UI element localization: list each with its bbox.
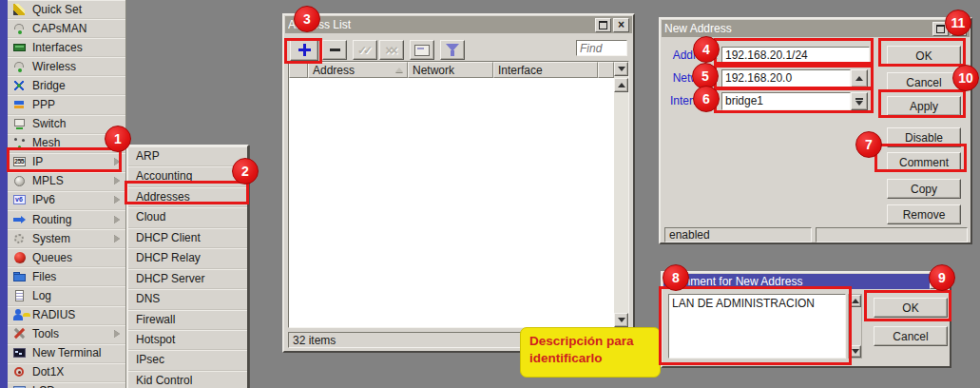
- header-select-column[interactable]: [289, 62, 308, 78]
- sidebar-item-label: Tools: [32, 327, 59, 340]
- header-address[interactable]: Address: [308, 62, 408, 78]
- sidebar-item-ip[interactable]: IP: [8, 153, 125, 172]
- main-menu-sidebar: Quick SetCAPsMANInterfacesWirelessBridge…: [8, 0, 126, 388]
- list-vertical-scrollbar[interactable]: [614, 62, 628, 327]
- files-folder-icon: [12, 270, 27, 283]
- sidebar-item-lcd[interactable]: LCD: [8, 382, 125, 388]
- sidebar-item-dot1x[interactable]: Dot1X: [8, 363, 125, 382]
- switch-icon: [12, 117, 27, 130]
- sidebar-item-tools[interactable]: Tools: [8, 325, 125, 344]
- network-field[interactable]: 192.168.20.0: [721, 69, 851, 87]
- step-badge-11: 11: [945, 10, 971, 36]
- column-select-button[interactable]: [614, 62, 628, 76]
- plus-icon: [298, 44, 311, 56]
- enable-button[interactable]: [353, 40, 377, 60]
- maximize-button[interactable]: [595, 18, 611, 32]
- sidebar-item-label: Interfaces: [32, 41, 83, 54]
- terminal-icon: [12, 346, 27, 359]
- comment-button[interactable]: Comment: [887, 152, 961, 172]
- header-filler: [598, 62, 614, 78]
- radius-icon: [12, 308, 27, 321]
- interface-field[interactable]: bridge1: [721, 92, 851, 110]
- scroll-up-button[interactable]: [614, 78, 628, 92]
- sidebar-item-ppp[interactable]: PPP: [8, 95, 125, 114]
- comment-scrollbar[interactable]: [848, 294, 862, 359]
- close-button[interactable]: [613, 18, 629, 32]
- sidebar-item-radius[interactable]: RADIUS: [8, 306, 125, 325]
- menu-item-dhcp-relay[interactable]: DHCP Relay: [128, 248, 247, 268]
- disable-button[interactable]: Disable: [887, 127, 961, 147]
- sidebar-item-files[interactable]: Files: [8, 267, 125, 286]
- comment-toolbar-button[interactable]: [410, 40, 434, 60]
- antenna-icon: [12, 22, 27, 35]
- sidebar-item-queues[interactable]: Queues: [8, 248, 125, 267]
- network-up-button[interactable]: [851, 69, 868, 87]
- copy-button[interactable]: Copy: [887, 179, 961, 199]
- sidebar-item-label: MPLS: [32, 174, 64, 187]
- menu-item-addresses[interactable]: Addresses: [128, 187, 247, 207]
- wand-icon: [12, 3, 27, 16]
- ok-button[interactable]: OK: [887, 46, 961, 66]
- sidebar-item-ipv6[interactable]: IPv6: [8, 191, 125, 210]
- cancel-button[interactable]: Cancel: [887, 72, 961, 92]
- comment-textarea[interactable]: LAN DE ADMINISTRACION: [668, 294, 846, 359]
- bridge-icon: [12, 79, 27, 92]
- scroll-up-button[interactable]: [849, 295, 861, 307]
- comment-dialog-titlebar[interactable]: Comment for New Address: [663, 274, 949, 289]
- mpls-icon: [12, 174, 27, 187]
- sidebar-item-label: System: [32, 232, 70, 245]
- submenu-arrow-icon: [114, 235, 120, 242]
- add-address-button[interactable]: [290, 39, 318, 61]
- comment-cancel-button[interactable]: Cancel: [874, 326, 948, 346]
- menu-item-cloud[interactable]: Cloud: [128, 207, 247, 227]
- sidebar-item-capsman[interactable]: CAPsMAN: [8, 19, 125, 38]
- sidebar-item-interfaces[interactable]: Interfaces: [8, 38, 125, 57]
- filter-button[interactable]: [440, 40, 465, 60]
- new-address-titlebar[interactable]: New Address: [662, 20, 970, 37]
- scroll-down-button[interactable]: [614, 313, 628, 327]
- menu-item-dhcp-server[interactable]: DHCP Server: [128, 269, 247, 289]
- tutorial-note: Descripción para identificarlo: [520, 327, 661, 378]
- sidebar-item-routing[interactable]: Routing: [8, 210, 125, 229]
- remove-address-button[interactable]: [322, 40, 347, 60]
- sidebar-item-wireless[interactable]: Wireless: [8, 57, 125, 76]
- remove-button[interactable]: Remove: [887, 204, 961, 224]
- lcd-icon: [12, 384, 27, 388]
- menu-item-arp[interactable]: ARP: [128, 146, 247, 166]
- sidebar-item-bridge[interactable]: Bridge: [8, 76, 125, 95]
- submenu-arrow-icon: [114, 177, 120, 184]
- address-list-title: Address List: [288, 18, 593, 31]
- sidebar-item-new-terminal[interactable]: New Terminal: [8, 344, 125, 363]
- step-badge-10: 10: [952, 65, 979, 91]
- sort-ascending-icon: [395, 68, 403, 72]
- menu-item-hotspot[interactable]: Hotspot: [128, 330, 247, 350]
- winbox-screen: Quick SetCAPsMANInterfacesWirelessBridge…: [0, 0, 980, 388]
- menu-item-dhcp-client[interactable]: DHCP Client: [128, 228, 247, 248]
- menu-item-kid-control[interactable]: Kid Control: [128, 371, 247, 388]
- address-list-titlebar[interactable]: Address List: [285, 16, 632, 33]
- log-icon: [12, 289, 27, 302]
- menu-item-accounting[interactable]: Accounting: [128, 166, 247, 186]
- comment-ok-button[interactable]: OK: [874, 298, 948, 318]
- comment-dialog-title: Comment for New Address: [666, 275, 928, 288]
- sidebar-item-mpls[interactable]: MPLS: [8, 172, 125, 191]
- filter-funnel-icon: [446, 44, 459, 56]
- address-field[interactable]: 192.168.20.1/24: [721, 47, 870, 65]
- header-network[interactable]: Network: [408, 62, 493, 78]
- disable-button[interactable]: [379, 40, 404, 60]
- sidebar-item-system[interactable]: System: [8, 229, 125, 248]
- sidebar-item-quick-set[interactable]: Quick Set: [8, 0, 125, 19]
- sidebar-item-log[interactable]: Log: [8, 286, 125, 305]
- sidebar-item-label: IPv6: [32, 193, 55, 206]
- menu-item-ipsec[interactable]: IPsec: [128, 350, 247, 370]
- apply-button[interactable]: Apply: [887, 96, 961, 116]
- columns-dropdown-icon: [618, 67, 625, 71]
- menu-item-firewall[interactable]: Firewall: [128, 310, 247, 330]
- submenu-arrow-icon: [114, 158, 120, 165]
- find-input[interactable]: [576, 40, 627, 56]
- interface-dropdown-button[interactable]: [851, 92, 868, 110]
- header-interface[interactable]: Interface: [493, 62, 598, 78]
- window-edge-strip: [0, 0, 8, 388]
- menu-item-dns[interactable]: DNS: [128, 289, 247, 309]
- scroll-down-button[interactable]: [849, 345, 861, 358]
